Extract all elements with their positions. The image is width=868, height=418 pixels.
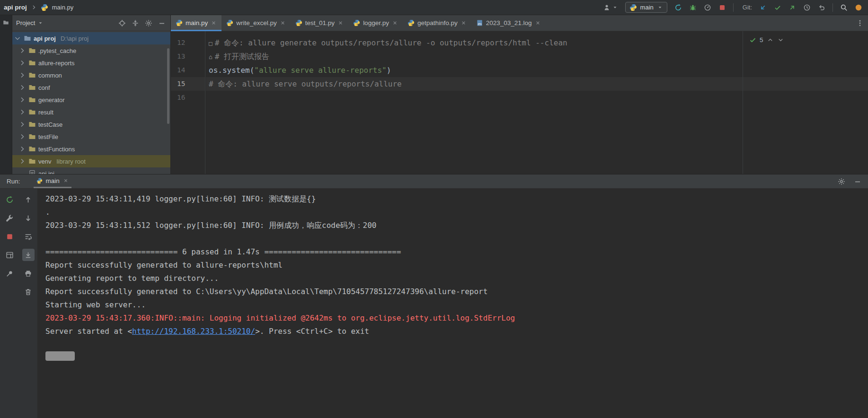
prev-problem-icon[interactable] [767,36,774,44]
chevron-right-icon[interactable] [18,121,26,128]
tree-item-testFunctions[interactable]: testFunctions [12,143,170,155]
tree-item-allure-reports[interactable]: allure-reports [12,57,170,69]
up-stacktrace-button[interactable] [22,193,35,206]
run-tab-close-icon[interactable] [63,178,69,183]
run-settings-button[interactable] [838,178,845,185]
line-number-13: 13 [171,50,205,63]
tree-item-api.ini[interactable]: api.ini [12,167,170,174]
arrow-down-icon [24,214,32,222]
run-tab-main[interactable]: main [34,174,71,188]
inspections-widget[interactable]: 5 [749,36,784,44]
hide-run-panel-button[interactable] [854,178,861,185]
git-update-button[interactable] [759,4,767,11]
notifications-button[interactable] [855,4,862,11]
editor-tab-write_excel.py[interactable]: write_excel.py [221,15,291,31]
rerun-button[interactable] [3,193,16,206]
pin-icon [6,270,14,278]
run-button[interactable] [674,4,682,11]
restore-layout-button[interactable] [3,249,16,261]
code-editor[interactable]: 1213141516 □# 命令: allure generate output… [171,31,868,174]
stop-button[interactable] [718,4,726,11]
chevron-right-icon[interactable] [18,133,26,140]
folder-icon [28,47,36,54]
stop-process-button[interactable] [3,230,16,243]
tree-item-conf[interactable]: conf [12,81,170,94]
scroll-to-end-button[interactable] [22,249,35,261]
breadcrumb-project[interactable]: api proj [4,4,27,11]
profiler-button[interactable] [704,4,711,11]
code-line-13[interactable]: ⌂# 打开测试报告 [206,50,868,63]
chevron-right-icon[interactable] [18,47,26,54]
tree-item-result[interactable]: result [12,106,170,118]
hide-panel-button[interactable] [158,19,166,27]
project-view-selector[interactable]: Project [16,19,44,26]
git-push-button[interactable] [788,4,796,11]
editor-tabbar: main.pywrite_excel.pytest_01.pylogger.py… [171,15,868,31]
tree-item-.pytest_cache[interactable]: .pytest_cache [12,44,170,57]
editor-tab-test_01.py[interactable]: test_01.py [291,15,348,31]
chevron-down-icon[interactable] [14,35,21,42]
next-problem-icon[interactable] [777,36,784,44]
pin-tab-button[interactable] [3,267,16,279]
print-button[interactable] [22,267,35,279]
breadcrumb-file[interactable]: main.py [52,4,74,11]
tree-item-common[interactable]: common [12,69,170,81]
code-line-15[interactable]: # 命令: allure serve outputs/reports/allur… [206,77,868,91]
console-line [45,232,868,245]
down-stacktrace-button[interactable] [22,212,35,224]
tab-close-icon[interactable] [392,20,398,26]
editor-code[interactable]: □# 命令: allure generate outputs/reports/a… [206,31,868,174]
debug-button[interactable] [689,4,697,11]
chevron-right-icon[interactable] [18,108,26,116]
chevron-right-icon[interactable] [18,157,26,165]
tab-close-icon[interactable] [535,20,541,26]
soft-wrap-button[interactable] [22,230,35,243]
run-config-selector[interactable]: main [625,2,667,13]
python-file-icon [295,19,302,26]
code-token: # 命令: allure serve outputs/reports/allur… [209,79,402,88]
code-line-16[interactable] [206,91,868,104]
editor-tab-getpathinfo.py[interactable]: getpathinfo.py [403,15,471,31]
chevron-right-icon[interactable] [18,145,26,153]
editor-tab-logger.py[interactable]: logger.py [348,15,403,31]
tree-item-venv[interactable]: venvlibrary root [12,155,170,167]
chevron-right-icon[interactable] [18,59,26,67]
editor-tab-2023_03_21.log[interactable]: 2023_03_21.log [471,15,546,31]
tree-item-api proj[interactable]: api projD:\api proj [12,32,170,44]
tree-item-testFile[interactable]: testFile [12,131,170,143]
tree-item-generator[interactable]: generator [12,94,170,106]
chevron-right-icon[interactable] [18,96,26,104]
chevron-right-icon[interactable] [18,84,26,91]
tab-close-icon[interactable] [211,20,217,26]
tree-item-testCase[interactable]: testCase [12,118,170,131]
code-line-14[interactable]: os.system("allure serve allure-reports") [206,63,868,77]
project-settings-button[interactable] [145,19,152,27]
tab-close-icon[interactable] [337,20,344,26]
collapse-all-button[interactable] [132,19,139,27]
tree-scrollbar[interactable] [167,48,169,124]
project-toolwindow-icon[interactable] [3,19,9,26]
modify-run-config-button[interactable] [3,212,16,224]
user-account-button[interactable] [603,4,618,11]
tab-close-icon[interactable] [461,20,467,26]
tabs-more-button[interactable] [852,15,868,31]
gear-icon [838,178,845,185]
console-line: 2023-03-29 15:43:11,512 logger.py[line:6… [45,219,868,232]
chevron-right-icon[interactable] [18,71,26,79]
git-history-button[interactable] [803,4,811,11]
git-commit-button[interactable] [774,4,781,11]
git-rollback-button[interactable] [818,4,825,11]
editor-tab-main.py[interactable]: main.py [171,15,221,31]
select-opened-file-button[interactable] [118,19,126,27]
code-token: # 打开测试报告 [215,52,269,61]
tree-item-label: generator [38,96,65,104]
clear-all-button[interactable] [22,286,35,298]
line-number-15: 15 [171,77,205,91]
titlebar-actions: main Git: [603,2,862,13]
run-console[interactable]: 2023-03-29 15:43:11,419 logger.py[line:6… [38,189,868,418]
run-panel-body: 2023-03-29 15:43:11,419 logger.py[line:6… [0,189,868,418]
console-link[interactable]: http://192.168.233.1:50210/ [132,327,255,336]
tool-window-bar[interactable] [0,15,12,174]
tab-close-icon[interactable] [280,20,286,26]
search-everywhere-button[interactable] [840,4,848,11]
